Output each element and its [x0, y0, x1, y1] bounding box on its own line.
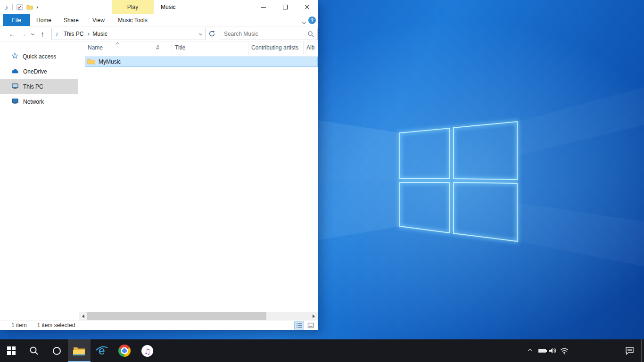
network-monitor-icon: [11, 98, 19, 106]
sort-ascending-icon: [116, 42, 119, 46]
address-bar[interactable]: ♪ This PC Music: [51, 28, 206, 40]
sidebar-item-label: OneDrive: [23, 68, 47, 75]
minimize-button[interactable]: [253, 0, 274, 14]
customize-quick-access-icon[interactable]: ▾: [37, 5, 39, 9]
item-count: 1 item: [11, 322, 27, 329]
tab-home[interactable]: Home: [30, 14, 58, 26]
navigation-bar: ← → ↑ ♪ This PC Music: [0, 26, 318, 41]
battery-tray-button[interactable]: [537, 339, 548, 362]
navigation-pane: Quick access OneDrive This PC Network: [0, 41, 78, 312]
network-tray-button[interactable]: [558, 339, 570, 362]
svg-text:♫: ♫: [144, 346, 150, 355]
separator: [12, 4, 13, 10]
column-label: #: [156, 44, 159, 51]
forward-button[interactable]: →: [18, 30, 29, 38]
horizontal-scrollbar[interactable]: [79, 312, 318, 320]
file-explorer-taskbar-button[interactable]: [68, 339, 91, 362]
address-dropdown-icon[interactable]: [196, 33, 205, 35]
sidebar-item-network[interactable]: Network: [0, 94, 78, 109]
wifi-icon: [560, 347, 569, 354]
volume-tray-button[interactable]: [547, 339, 558, 362]
view-toggles: [294, 321, 315, 329]
taskbar-search-button[interactable]: [23, 339, 45, 362]
action-center-icon: [625, 346, 634, 355]
close-icon: [304, 4, 310, 10]
cortana-icon: [53, 347, 61, 355]
start-button[interactable]: [0, 339, 23, 362]
maximize-button[interactable]: [274, 0, 296, 14]
selection-count: 1 item selected: [37, 322, 75, 329]
ribbon-tab-bar: File Home Share View Music Tools ?: [0, 14, 318, 26]
taskbar: e ♫: [0, 339, 644, 362]
chevron-up-icon: [528, 349, 532, 353]
column-header-name[interactable]: Name: [85, 41, 153, 54]
help-button[interactable]: ?: [308, 16, 316, 24]
expand-ribbon-icon[interactable]: [303, 18, 305, 25]
column-label: Contributing artists: [251, 44, 298, 51]
tab-view[interactable]: View: [85, 14, 112, 26]
battery-icon: [538, 349, 546, 353]
action-center-button[interactable]: [622, 339, 636, 362]
search-icon[interactable]: [307, 31, 314, 39]
tab-music-tools[interactable]: Music Tools: [112, 14, 154, 26]
properties-icon[interactable]: [17, 4, 23, 10]
column-header-number[interactable]: #: [153, 41, 172, 54]
folder-icon: [87, 58, 95, 66]
chrome-button[interactable]: [113, 339, 136, 362]
column-headers: Name # Title Contributing artists Alb: [78, 41, 318, 54]
details-view-icon: [296, 322, 303, 329]
scroll-right-icon[interactable]: [310, 312, 318, 320]
column-header-contributing-artists[interactable]: Contributing artists: [248, 41, 304, 54]
itunes-button[interactable]: ♫: [136, 339, 158, 362]
minimize-icon: [261, 7, 266, 8]
new-folder-icon[interactable]: [26, 4, 33, 10]
column-header-title[interactable]: Title: [172, 41, 248, 54]
sidebar-item-quick-access[interactable]: Quick access: [0, 49, 78, 64]
up-button[interactable]: ↑: [36, 30, 49, 38]
breadcrumb-separator-icon: [86, 33, 90, 36]
tab-file[interactable]: File: [3, 14, 30, 26]
svg-text:e: e: [99, 344, 105, 357]
internet-explorer-button[interactable]: e: [91, 339, 113, 362]
breadcrumb-music[interactable]: Music: [90, 28, 109, 40]
file-list: Name # Title Contributing artists Alb My…: [78, 41, 318, 312]
sidebar-item-onedrive[interactable]: OneDrive: [0, 64, 78, 79]
quick-access-star-icon: [11, 52, 18, 61]
refresh-icon[interactable]: [207, 30, 216, 37]
itunes-icon: ♫: [141, 345, 154, 357]
sidebar-item-label: Quick access: [23, 53, 56, 60]
column-label: Name: [88, 44, 103, 51]
titlebar[interactable]: ♪ ▾ Play Music: [0, 0, 318, 14]
sidebar-item-label: Network: [23, 99, 44, 105]
scroll-left-icon[interactable]: [79, 312, 87, 320]
large-icons-view-button[interactable]: [305, 321, 315, 329]
this-pc-monitor-icon: [11, 82, 19, 91]
close-button[interactable]: [296, 0, 318, 14]
search-input[interactable]: [220, 28, 317, 40]
column-label: Alb: [306, 44, 314, 51]
tab-share[interactable]: Share: [58, 14, 85, 26]
scrollbar-thumb[interactable]: [87, 312, 266, 320]
file-name: MyMusic: [99, 58, 121, 65]
hidden-icons-button[interactable]: [524, 339, 536, 362]
music-folder-icon: ♪: [5, 4, 8, 11]
search-icon: [29, 346, 39, 356]
column-header-album[interactable]: Alb: [304, 41, 318, 54]
volume-icon: [549, 347, 557, 354]
breadcrumb-this-pc[interactable]: This PC: [61, 28, 86, 40]
internet-explorer-icon: e: [95, 344, 108, 357]
file-explorer-icon: [73, 346, 85, 356]
status-bar: 1 item 1 item selected: [0, 320, 318, 330]
recent-locations-icon[interactable]: [29, 33, 37, 35]
column-label: Title: [175, 44, 185, 51]
cortana-button[interactable]: [45, 339, 68, 362]
file-row-mymusic[interactable]: MyMusic: [85, 57, 318, 67]
quick-access-toolbar: ♪ ▾: [5, 0, 39, 14]
sidebar-item-label: This PC: [23, 83, 43, 90]
maximize-icon: [283, 5, 288, 9]
back-button[interactable]: ←: [7, 30, 18, 38]
sidebar-item-this-pc[interactable]: This PC: [0, 79, 78, 94]
contextual-tab-play[interactable]: Play: [112, 0, 154, 14]
show-desktop-button[interactable]: [641, 339, 644, 362]
details-view-button[interactable]: [294, 321, 304, 329]
